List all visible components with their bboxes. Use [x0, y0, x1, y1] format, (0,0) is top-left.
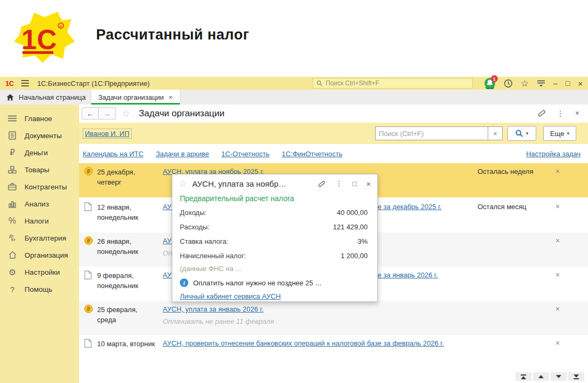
list-pager — [515, 372, 584, 381]
tab-close-icon[interactable]: × — [169, 93, 173, 101]
maximize-button[interactable]: □ — [566, 79, 570, 87]
link-1c-otchetnost[interactable]: 1С-Отчетность — [221, 150, 269, 158]
dismiss-task-icon[interactable]: × — [555, 167, 560, 175]
link-task-settings[interactable]: Настройка задач — [526, 150, 581, 158]
sidebar-item-nastroyki[interactable]: ⚙ Настройки — [0, 264, 79, 281]
more-actions-icon[interactable]: ⋮ — [557, 109, 565, 117]
sidebar-item-dengi[interactable]: ₽ Деньги — [0, 144, 79, 161]
notifications-bell-icon[interactable]: 1 — [484, 77, 496, 89]
task-status: Осталась неделя — [478, 167, 533, 175]
task-row: 10 марта, вторник АУСН, проверить отнесе… — [79, 335, 588, 354]
sidebar-item-kontragenty[interactable]: Контрагенты — [0, 178, 79, 195]
popup-title: АУСН, уплата за ноябр… — [192, 179, 287, 188]
chevron-down-icon: ▾ — [567, 131, 569, 136]
percent-icon: % — [0, 216, 25, 226]
sidebar-item-organizaciya[interactable]: Организация — [0, 246, 79, 264]
quick-links-row: Календарь на ИТС Задачи в архиве 1С-Отче… — [79, 144, 588, 163]
sidebar-item-dokumenty[interactable]: Документы — [0, 127, 79, 144]
go-to-bottom-button[interactable] — [568, 372, 584, 381]
more-actions-icon[interactable]: ⋮ — [335, 180, 343, 187]
dismiss-task-icon[interactable]: × — [555, 202, 560, 211]
link-calendar-its[interactable]: Календарь на ИТС — [83, 150, 144, 158]
scroll-up-button[interactable] — [533, 372, 549, 381]
nav-back-button[interactable]: ← — [82, 107, 99, 119]
house-icon — [0, 251, 25, 259]
document-icon — [84, 202, 92, 213]
sidebar-item-pomosch[interactable]: ? Помощь — [0, 281, 79, 298]
popup-info-text: Оплатить налог нужно не позднее 25 … — [193, 279, 322, 287]
get-link-icon[interactable] — [317, 180, 325, 188]
tab-home[interactable]: Начальная страница — [0, 90, 91, 105]
link-archive-tasks[interactable]: Задачи в архиве — [156, 150, 209, 158]
sidebar-item-nalogi[interactable]: % Налоги — [0, 212, 79, 229]
global-search-input[interactable] — [325, 79, 469, 87]
close-button[interactable]: × — [578, 79, 583, 87]
sidebar-item-analiz[interactable]: Анализ — [0, 195, 79, 212]
link-1c-finotchetnost[interactable]: 1С:ФинОтчетность — [282, 150, 343, 158]
popup-field-dohody: Доходы: 40 000,00 — [180, 205, 368, 220]
panel-close-icon[interactable]: × — [575, 109, 579, 117]
nav-forward-button[interactable]: → — [99, 107, 116, 119]
app-titlebar: 1С 1С:БизнесСтарт (1С:Предприятие) 1 ☆ –… — [0, 77, 588, 90]
question-icon: ? — [0, 285, 25, 294]
goods-icon — [0, 166, 25, 174]
tab-tasks[interactable]: Задачи организации × — [91, 90, 180, 105]
task-link[interactable]: АУСН, проверить отнесение банковских опе… — [163, 339, 444, 347]
dismiss-task-icon[interactable]: × — [555, 339, 560, 347]
close-icon[interactable]: × — [366, 180, 371, 188]
task-popup: ☆ АУСН, уплата за ноябр… ⋮ □ × Предварит… — [172, 174, 378, 302]
history-icon[interactable] — [504, 79, 513, 88]
search-icon — [316, 80, 322, 86]
ruble-icon: ₽ — [0, 148, 25, 157]
svg-text:R: R — [60, 25, 62, 28]
panel-header: ← → ☆ Задачи организации ⋮ × — [79, 105, 588, 123]
task-search-input[interactable] — [375, 126, 488, 140]
popup-field-stavka: Ставка налога: 3% — [180, 234, 368, 249]
document-icon — [84, 270, 92, 282]
tab-home-label: Начальная страница — [19, 93, 86, 101]
main-menu-icon[interactable] — [21, 80, 29, 86]
popup-fns-note: (данные ФНС на … — [180, 263, 368, 275]
popup-header: ☆ АУСН, уплата за ноябр… ⋮ □ × — [172, 174, 377, 193]
dt-kt-icon: ДтКт — [0, 234, 25, 242]
minimize-button[interactable]: – — [553, 79, 558, 87]
organization-link[interactable]: Иванов И. ИП — [83, 129, 132, 139]
ruble-coin-icon: ₽ — [84, 167, 93, 175]
go-to-top-button[interactable] — [515, 372, 531, 381]
sidebar-item-glavnoe[interactable]: Главное — [0, 110, 79, 127]
task-status: Остался месяц — [478, 203, 527, 211]
get-link-icon[interactable] — [537, 109, 546, 117]
clear-search-button[interactable]: × — [488, 126, 503, 140]
ruble-coin-icon: ₽ — [84, 236, 93, 245]
panel-title: Задачи организации — [139, 108, 225, 119]
more-button[interactable]: Еще ▾ — [543, 126, 576, 141]
svg-text:1С: 1С — [21, 24, 57, 55]
dismiss-task-icon[interactable]: × — [555, 236, 560, 245]
briefcase-icon — [0, 183, 25, 190]
task-note: Оплачивать не ранее 11 февраля — [163, 317, 274, 325]
ruble-coin-icon: ₽ — [84, 305, 93, 313]
ausn-cabinet-link[interactable]: Личный кабинет сервиса АУСН — [180, 292, 281, 300]
global-search-box[interactable] — [313, 78, 473, 89]
dismiss-task-icon[interactable]: × — [555, 305, 560, 313]
scroll-down-button[interactable] — [551, 372, 567, 381]
favorite-star-icon[interactable]: ☆ — [179, 178, 187, 189]
bar-chart-icon — [0, 200, 25, 208]
popup-info-row: i Оплатить налог нужно не позднее 25 … — [180, 278, 368, 287]
notification-badge: 1 — [491, 75, 498, 82]
sidebar-item-buhgalteriya[interactable]: ДтКт Бухгалтерия — [0, 229, 79, 246]
gear-icon: ⚙ — [0, 267, 25, 277]
task-link[interactable]: АУСН, уплата за январь 2026 г. — [163, 305, 264, 313]
service-settings-icon[interactable] — [537, 79, 545, 87]
favorites-star-icon[interactable]: ☆ — [521, 79, 529, 88]
sidebar-item-tovary[interactable]: Товары — [0, 161, 79, 178]
chevron-down-icon: ▾ — [526, 131, 529, 136]
dismiss-task-icon[interactable]: × — [555, 270, 560, 279]
favorite-star-icon[interactable]: ☆ — [122, 108, 130, 119]
app-window: 1С 1С:БизнесСтарт (1С:Предприятие) 1 ☆ –… — [0, 77, 588, 383]
document-icon — [84, 339, 92, 350]
maximize-icon[interactable]: □ — [352, 180, 356, 187]
popup-field-nalog: Начисленный налог: 1 200,00 — [180, 249, 368, 263]
1c-titlebar-logo: 1С — [5, 79, 14, 87]
search-button[interactable]: ▾ — [507, 126, 536, 141]
